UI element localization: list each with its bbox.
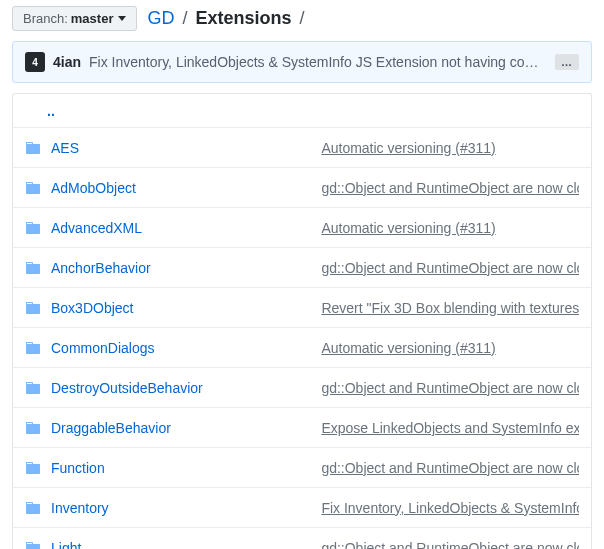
folder-icon [25,180,41,196]
folder-link[interactable]: AnchorBehavior [51,260,311,276]
commit-message-link[interactable]: gd::Object and RuntimeObject are now clo [321,540,579,550]
breadcrumb-sep: / [182,8,187,28]
commit-message-link[interactable]: Automatic versioning (#311) [321,220,579,236]
expand-commit-button[interactable]: … [555,54,579,70]
folder-icon [25,460,41,476]
table-row: AnchorBehaviorgd::Object and RuntimeObje… [13,248,591,288]
parent-dir-row[interactable]: .. [13,94,591,128]
branch-name: master [71,11,114,26]
commit-message-link[interactable]: Automatic versioning (#311) [321,140,579,156]
table-row: AdMobObjectgd::Object and RuntimeObject … [13,168,591,208]
folder-icon [25,220,41,236]
folder-icon [25,340,41,356]
commit-message-link[interactable]: Automatic versioning (#311) [321,340,579,356]
commit-author-link[interactable]: 4ian [53,54,81,70]
commit-message-link[interactable]: gd::Object and RuntimeObject are now clo [321,260,579,276]
file-list: .. AESAutomatic versioning (#311)AdMobOb… [12,93,592,549]
breadcrumb-root-link[interactable]: GD [147,8,174,28]
folder-link[interactable]: AdMobObject [51,180,311,196]
breadcrumb: GD / Extensions / [147,8,307,29]
breadcrumb-current: Extensions [196,8,292,28]
commit-message-link[interactable]: Fix Inventory, LinkedObjects & SystemInf… [89,54,547,70]
table-row: Box3DObjectRevert "Fix 3D Box blending w… [13,288,591,328]
table-row: DraggableBehaviorExpose LinkedObjects an… [13,408,591,448]
parent-dir-link[interactable]: .. [25,103,55,119]
breadcrumb-sep-trailing: / [300,8,305,28]
table-row: Functiongd::Object and RuntimeObject are… [13,448,591,488]
table-row: InventoryFix Inventory, LinkedObjects & … [13,488,591,528]
folder-link[interactable]: CommonDialogs [51,340,311,356]
folder-link[interactable]: Light [51,540,311,550]
folder-icon [25,500,41,516]
commit-message-link[interactable]: Fix Inventory, LinkedObjects & SystemInf… [321,500,579,516]
folder-icon [25,540,41,550]
folder-icon [25,140,41,156]
folder-link[interactable]: Function [51,460,311,476]
commit-message-link[interactable]: Expose LinkedObjects and SystemInfo ext [321,420,579,436]
folder-link[interactable]: Inventory [51,500,311,516]
table-row: DestroyOutsideBehaviorgd::Object and Run… [13,368,591,408]
folder-link[interactable]: DestroyOutsideBehavior [51,380,311,396]
folder-icon [25,300,41,316]
folder-link[interactable]: AdvancedXML [51,220,311,236]
table-row: Lightgd::Object and RuntimeObject are no… [13,528,591,549]
folder-link[interactable]: DraggableBehavior [51,420,311,436]
commit-message-link[interactable]: Revert "Fix 3D Box blending with texture… [321,300,579,316]
commit-message-link[interactable]: gd::Object and RuntimeObject are now clo [321,380,579,396]
table-row: AdvancedXMLAutomatic versioning (#311) [13,208,591,248]
folder-icon [25,260,41,276]
avatar[interactable]: 4 [25,52,45,72]
latest-commit-box: 4 4ian Fix Inventory, LinkedObjects & Sy… [12,41,592,83]
branch-label: Branch: [23,11,68,26]
branch-select-button[interactable]: Branch: master [12,6,137,31]
folder-link[interactable]: AES [51,140,311,156]
caret-down-icon [118,16,126,21]
commit-message-link[interactable]: gd::Object and RuntimeObject are now clo [321,180,579,196]
commit-message-link[interactable]: gd::Object and RuntimeObject are now clo [321,460,579,476]
folder-icon [25,380,41,396]
folder-icon [25,420,41,436]
folder-link[interactable]: Box3DObject [51,300,311,316]
table-row: AESAutomatic versioning (#311) [13,128,591,168]
table-row: CommonDialogsAutomatic versioning (#311) [13,328,591,368]
